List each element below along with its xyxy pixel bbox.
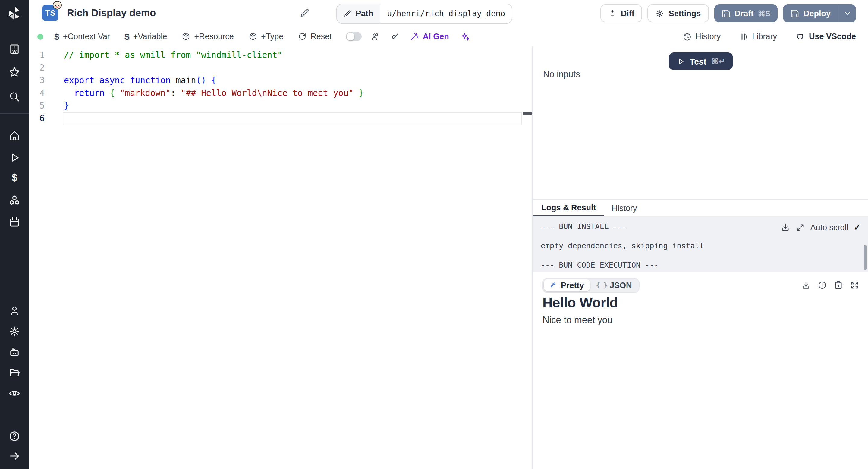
dollar-icon: $: [124, 31, 130, 41]
windmill-script-editor: $ TS: [0, 0, 868, 469]
dollar-icon: $: [54, 31, 59, 41]
package-icon: [248, 32, 257, 41]
multiplayer-toggle[interactable]: [346, 32, 362, 41]
test-label: Test: [689, 56, 707, 66]
save-icon: [721, 9, 730, 18]
chevron-down-icon: [843, 9, 851, 18]
header-actions: Diff Settings Draft ⌘S Deploy: [600, 4, 856, 22]
ai-gen-button[interactable]: AI Gen: [410, 32, 449, 41]
tab-logs-result[interactable]: Logs & Result: [533, 200, 604, 216]
reset-button[interactable]: Reset: [298, 32, 332, 41]
folders-icon[interactable]: [8, 367, 21, 379]
history-button[interactable]: History: [682, 32, 721, 41]
code-editor[interactable]: 123456 // import * as wmill from "windmi…: [29, 46, 532, 469]
pretty-label: Pretty: [561, 281, 584, 290]
path-value[interactable]: u/henri/rich_display_demo: [381, 4, 512, 23]
editor-toolbar: $ +Context Var $ +Variable +Resource +Ty…: [29, 27, 868, 47]
schedules-calendar-icon[interactable]: [8, 216, 21, 228]
magic-wand-icon: [410, 32, 419, 41]
edit-title-pencil-icon[interactable]: [300, 8, 310, 18]
settings-button[interactable]: Settings: [648, 4, 709, 22]
tab-logs-result-label: Logs & Result: [541, 203, 596, 212]
favorites-star-icon[interactable]: [8, 66, 21, 79]
log-scrollbar-thumb[interactable]: [864, 245, 867, 270]
use-vscode-button[interactable]: Use VScode: [795, 31, 856, 41]
home-icon[interactable]: [8, 130, 21, 142]
json-view-button[interactable]: { } JSON: [590, 279, 638, 291]
sparkles-icon[interactable]: [460, 31, 470, 41]
add-type-button[interactable]: +Type: [248, 32, 283, 41]
json-label: JSON: [610, 281, 632, 290]
users-person-icon[interactable]: [8, 305, 21, 317]
path-widget[interactable]: Path u/henri/rich_display_demo: [336, 4, 513, 24]
draft-button[interactable]: Draft ⌘S: [714, 4, 778, 22]
library-label: Library: [752, 32, 777, 41]
result-heading: Hello World: [542, 295, 860, 311]
reset-icon: [298, 32, 307, 41]
workers-robot-icon[interactable]: [8, 346, 21, 359]
inputs-section: Test ⌘↵ No inputs: [533, 46, 868, 199]
diff-label: Diff: [621, 9, 634, 18]
settings-gear-icon[interactable]: [8, 325, 21, 338]
result-view-switch: Pretty { } JSON: [542, 278, 640, 293]
auto-scroll-label[interactable]: Auto scroll: [810, 223, 848, 232]
tab-history-label: History: [612, 204, 637, 213]
add-resource-label: +Resource: [194, 32, 234, 41]
expand-sidebar-arrow-icon[interactable]: [8, 450, 21, 462]
content: 123456 // import * as wmill from "windmi…: [29, 46, 868, 469]
runs-play-icon[interactable]: [8, 151, 21, 164]
draft-shortcut: ⌘S: [758, 9, 770, 18]
library-icon: [739, 32, 748, 41]
test-button[interactable]: Test ⌘↵: [669, 53, 733, 70]
download-result-icon[interactable]: [801, 280, 811, 290]
output-tabs: Logs & Result History: [533, 199, 868, 217]
braces-icon: { }: [596, 281, 607, 289]
history-label: History: [695, 32, 721, 41]
format-brush-icon[interactable]: [390, 32, 400, 41]
result-toolbar: Pretty { } JSON: [542, 277, 860, 293]
variables-dollar-icon[interactable]: $: [12, 172, 18, 184]
vscode-icon: [795, 31, 805, 41]
result-section: Pretty { } JSON: [533, 273, 868, 469]
page-title: Rich Display demo: [67, 7, 156, 19]
deploy-split-button: Deploy: [783, 4, 856, 22]
toggle-knob: [347, 33, 355, 40]
code-lines[interactable]: // import * as wmill from "windmill-clie…: [64, 49, 364, 125]
library-button[interactable]: Library: [739, 32, 777, 41]
tab-history[interactable]: History: [604, 200, 645, 216]
diff-button[interactable]: Diff: [600, 4, 642, 22]
diff-icon: [608, 9, 617, 18]
search-icon[interactable]: [8, 90, 21, 103]
settings-label: Settings: [669, 9, 701, 18]
help-icon[interactable]: [8, 430, 21, 442]
pretty-view-button[interactable]: Pretty: [544, 279, 590, 291]
add-resource-button[interactable]: +Resource: [182, 32, 234, 41]
deploy-more-button[interactable]: [838, 4, 856, 22]
path-label: Path: [355, 9, 373, 18]
windmill-logo[interactable]: [7, 5, 22, 21]
add-context-var-label: +Context Var: [63, 32, 110, 41]
use-vscode-label: Use VScode: [809, 32, 856, 41]
info-icon[interactable]: [817, 280, 827, 290]
add-variable-button[interactable]: $ +Variable: [124, 31, 167, 41]
play-icon: [676, 57, 685, 65]
status-dot: [37, 33, 43, 39]
draft-label: Draft: [735, 9, 753, 18]
audit-logs-eye-icon[interactable]: [8, 387, 21, 400]
resources-cubes-icon[interactable]: [8, 194, 21, 207]
sidebar: $: [0, 0, 29, 469]
collaborators-icon[interactable]: [370, 31, 381, 41]
workspace-icon[interactable]: [8, 43, 21, 56]
deploy-button[interactable]: Deploy: [783, 4, 838, 22]
download-logs-icon[interactable]: [781, 222, 790, 232]
copy-to-clipboard-icon[interactable]: [834, 280, 843, 290]
sidebar-divider: [0, 113, 29, 114]
pencil-icon: [344, 10, 351, 18]
expand-logs-icon[interactable]: [796, 223, 805, 232]
history-clock-icon: [682, 32, 692, 41]
log-viewer[interactable]: --- BUN INSTALL ---empty dependencies, s…: [533, 217, 868, 273]
maximize-result-icon[interactable]: [850, 280, 860, 290]
bun-runtime-icon: [53, 1, 62, 10]
add-context-var-button[interactable]: $ +Context Var: [54, 31, 110, 41]
auto-scroll-checkmark[interactable]: ✓: [854, 222, 861, 232]
